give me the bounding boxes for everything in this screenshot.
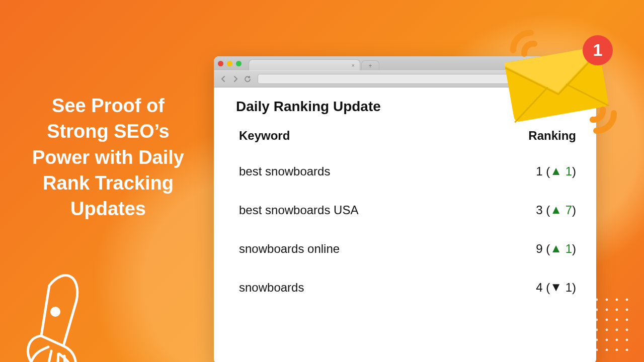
- plus-icon: +: [368, 62, 372, 69]
- table-row: snowboards4 (▼ 1): [236, 268, 579, 307]
- reload-icon[interactable]: [244, 75, 252, 83]
- svg-point-34: [606, 319, 608, 321]
- maximize-window-dot[interactable]: [236, 61, 242, 66]
- svg-point-71: [616, 349, 618, 351]
- back-icon[interactable]: [220, 75, 227, 82]
- window-controls: [218, 56, 242, 70]
- badge-count: 1: [593, 40, 603, 59]
- minimize-window-dot[interactable]: [227, 61, 232, 66]
- keyword-cell: best snowboards: [239, 164, 330, 178]
- sound-arcs-icon: [579, 106, 624, 141]
- browser-tab[interactable]: ×: [249, 59, 360, 70]
- svg-point-23: [616, 309, 618, 311]
- forward-icon[interactable]: [232, 75, 239, 82]
- svg-point-48: [626, 329, 628, 331]
- up-change: ▲ 7: [550, 203, 572, 217]
- table-row: best snowboards1 (▲ 1): [236, 152, 579, 191]
- new-tab-button[interactable]: +: [361, 60, 379, 70]
- up-triangle-icon: ▲: [550, 241, 562, 255]
- rocket-icon: [15, 261, 101, 362]
- tab-close-icon[interactable]: ×: [352, 62, 355, 68]
- svg-point-46: [606, 329, 608, 331]
- ranking-cell: 9 (▲ 1): [536, 241, 576, 256]
- col-ranking: Ranking: [528, 129, 576, 143]
- svg-point-11: [616, 299, 618, 301]
- promo-stage: See Proof of Strong SEO’s Power with Dai…: [0, 0, 644, 362]
- svg-point-59: [616, 339, 618, 341]
- up-change: ▲ 1: [550, 242, 572, 255]
- svg-point-24: [626, 309, 628, 311]
- svg-point-0: [50, 307, 60, 317]
- ranking-cell: 1 (▲ 1): [536, 164, 576, 178]
- svg-point-22: [606, 309, 608, 311]
- nav-buttons: [220, 75, 252, 83]
- headline: See Proof of Strong SEO’s Power with Dai…: [30, 93, 186, 222]
- col-keyword: Keyword: [239, 129, 290, 143]
- svg-point-58: [606, 339, 608, 341]
- ranking-cell: 3 (▲ 7): [536, 203, 576, 217]
- svg-point-10: [606, 299, 608, 301]
- svg-point-12: [626, 299, 628, 301]
- svg-point-72: [626, 349, 628, 351]
- table-row: snowboards online9 (▲ 1): [236, 229, 579, 268]
- svg-point-36: [626, 319, 628, 321]
- up-triangle-icon: ▲: [550, 164, 562, 178]
- up-change: ▲ 1: [550, 164, 572, 178]
- keyword-cell: snowboards: [239, 281, 304, 295]
- svg-point-70: [606, 349, 608, 351]
- keyword-cell: best snowboards USA: [239, 203, 358, 217]
- up-triangle-icon: ▲: [550, 203, 562, 217]
- close-window-dot[interactable]: [218, 61, 223, 66]
- ranking-cell: 4 (▼ 1): [536, 280, 576, 295]
- down-triangle-icon: ▼: [550, 280, 562, 294]
- ranking-table: Keyword Ranking best snowboards1 (▲ 1)be…: [236, 129, 579, 307]
- svg-point-60: [626, 339, 628, 341]
- down-change: ▼ 1: [550, 281, 572, 294]
- table-header: Keyword Ranking: [236, 129, 579, 152]
- keyword-cell: snowboards online: [239, 242, 340, 256]
- table-row: best snowboards USA3 (▲ 7): [236, 191, 579, 229]
- svg-point-35: [616, 319, 618, 321]
- svg-point-47: [616, 329, 618, 331]
